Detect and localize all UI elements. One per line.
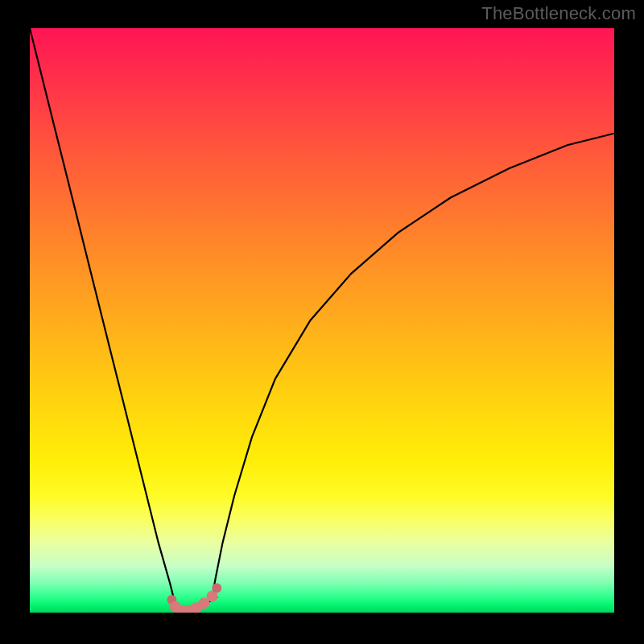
curve-path-group bbox=[30, 28, 614, 612]
curve-path bbox=[30, 28, 614, 612]
chart-frame: TheBottleneck.com bbox=[0, 0, 644, 644]
marker-dot bbox=[212, 584, 221, 593]
markers-group bbox=[167, 584, 221, 613]
plot-area bbox=[30, 28, 614, 613]
watermark-text: TheBottleneck.com bbox=[481, 3, 636, 24]
curve-svg bbox=[30, 28, 614, 613]
